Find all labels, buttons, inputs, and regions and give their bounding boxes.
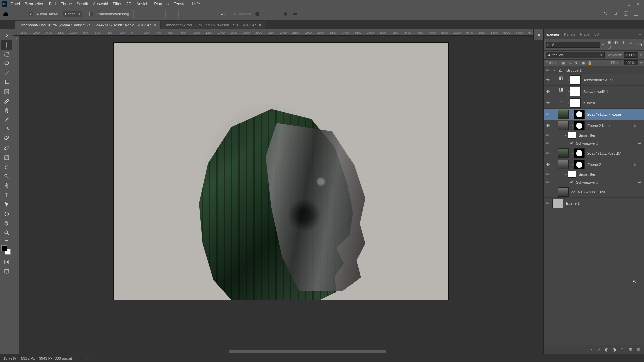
layer-name-label[interactable]: 26ab471d…f7 Kopie: [586, 112, 642, 116]
scrollbar-thumb[interactable]: [229, 350, 386, 353]
layer-name-label[interactable]: 26ab471d…7828df7: [586, 151, 642, 155]
pen-tool[interactable]: [1, 181, 12, 190]
history-brush-tool[interactable]: [1, 134, 12, 143]
align-middle-v-icon[interactable]: [192, 11, 198, 17]
transform-controls-checkbox[interactable]: [89, 12, 93, 16]
wand-tool[interactable]: [1, 68, 12, 78]
layer-name-label[interactable]: adult-1852908_1920: [570, 190, 642, 194]
crop-tool[interactable]: [1, 78, 12, 87]
type-tool[interactable]: [1, 190, 12, 200]
layer-visibility-toggle[interactable]: 👁: [544, 78, 552, 82]
heal-tool[interactable]: [1, 106, 12, 115]
layer-name-label[interactable]: Schwarzweiß: [575, 141, 637, 145]
home-icon[interactable]: [3, 11, 9, 17]
layers-list[interactable]: 👁▾🗀Gruppe 1👁◧𐄂Tonwertkorrektur 1👁◨𐄂Schwa…: [544, 66, 644, 345]
ruler-origin[interactable]: [13, 29, 19, 36]
ruler-horizontal[interactable]: -1800-1600-1400-1200-1000-800-600-400-20…: [19, 29, 543, 36]
layer-name-label[interactable]: Ebene 1: [565, 201, 642, 205]
close-icon[interactable]: ✕: [637, 2, 640, 6]
lock-position-icon[interactable]: ✥: [574, 61, 579, 65]
new-adjustment-icon[interactable]: ◑: [612, 347, 616, 352]
group-disclosure-icon[interactable]: ▾: [552, 68, 557, 72]
layer-name-label[interactable]: Ebene 2 Kopie: [586, 124, 632, 128]
layer-row[interactable]: 👁Ebene 1: [544, 198, 644, 209]
layer-thumb[interactable]: [552, 199, 563, 208]
menu-ebene[interactable]: Ebene: [60, 2, 72, 6]
screenmode-tool[interactable]: [1, 267, 12, 276]
menu-3d[interactable]: 3D: [126, 2, 131, 6]
layer-thumb[interactable]: [558, 121, 569, 130]
layer-mask-thumb[interactable]: [570, 87, 581, 96]
close-tab-icon[interactable]: ×: [154, 23, 156, 27]
layer-visibility-toggle[interactable]: 👁: [544, 133, 552, 138]
more-options-icon[interactable]: •••: [220, 11, 226, 17]
layer-visibility-toggle[interactable]: 👁: [544, 68, 552, 73]
fx-disclosure-icon[interactable]: ˇ: [637, 124, 642, 127]
layer-row[interactable]: adult-1852908_1920: [544, 186, 644, 198]
layer-visibility-toggle[interactable]: 👁: [544, 172, 552, 177]
share-icon[interactable]: [633, 11, 639, 17]
add-mask-icon[interactable]: ◐: [605, 347, 608, 352]
frame-tool[interactable]: [1, 87, 12, 97]
layer-row[interactable]: 👁∿𐄂Kurven 1: [544, 97, 644, 109]
layer-thumb[interactable]: [558, 160, 569, 169]
eyedropper-tool[interactable]: [1, 97, 12, 106]
status-info-chevron-icon[interactable]: ›: [77, 356, 79, 360]
link-layers-icon[interactable]: ⚯: [590, 347, 593, 352]
menu-schrift[interactable]: Schrift: [77, 2, 88, 6]
align-center-h-icon[interactable]: [147, 11, 153, 17]
ruler-vertical[interactable]: 0: [13, 36, 19, 354]
layer-row[interactable]: 👁𐄂Ebene 2 Kopie⊙ˇ: [544, 120, 644, 131]
layer-row[interactable]: 👁𐄂Ebene 2⊙ˇ: [544, 159, 644, 170]
smartfilter-disclosure-icon[interactable]: ▾: [563, 172, 568, 176]
layer-name-label[interactable]: Schwarzweiß: [575, 180, 637, 184]
menu-datei[interactable]: Datei: [11, 2, 20, 6]
shape-tool[interactable]: [1, 209, 12, 219]
dodge-tool[interactable]: [1, 172, 12, 181]
cloud-search-icon[interactable]: [602, 11, 608, 17]
edit-toolbar-icon[interactable]: •••: [1, 237, 12, 243]
panel-tab-kanäle[interactable]: Kanäle: [564, 32, 575, 36]
menu-bild[interactable]: Bild: [49, 2, 56, 6]
lasso-tool[interactable]: [1, 59, 12, 68]
layer-visibility-toggle[interactable]: 👁: [544, 101, 552, 105]
layer-row[interactable]: 👁👁Schwarzweiß⇄: [544, 139, 644, 147]
lock-all-icon[interactable]: 🔒: [587, 61, 592, 65]
filter-pixel-icon[interactable]: ▦: [606, 40, 612, 45]
layer-thumb[interactable]: [558, 187, 569, 197]
filter-shape-icon[interactable]: ▭: [627, 40, 633, 45]
workspace-icon[interactable]: [623, 11, 629, 17]
hand-tool[interactable]: [1, 219, 12, 228]
move-tool[interactable]: [1, 40, 12, 50]
align-left-icon[interactable]: [137, 11, 143, 17]
layer-name-label[interactable]: Smartfilter: [577, 133, 642, 137]
layer-mask-thumb[interactable]: [574, 160, 585, 169]
layer-filter-dropdown[interactable]: [546, 42, 600, 48]
layer-fx-icon[interactable]: fx: [597, 347, 601, 352]
lock-transparency-icon[interactable]: ▦: [560, 61, 565, 65]
layer-row[interactable]: 👁▾🗀Gruppe 1: [544, 66, 644, 74]
eraser-tool[interactable]: [1, 143, 12, 153]
smartfilter-disclosure-icon[interactable]: ▾: [563, 133, 568, 137]
layer-name-label[interactable]: Ebene 2: [586, 163, 632, 167]
zoom-level[interactable]: 18,72%: [3, 356, 16, 360]
layer-row[interactable]: 👁👁Schwarzweiß⇄: [544, 178, 644, 186]
layer-visibility-toggle[interactable]: 👁: [544, 180, 552, 185]
panel-tab-pfade[interactable]: Pfade: [580, 32, 590, 36]
layer-thumb[interactable]: [558, 148, 569, 158]
menu-bearbeiten[interactable]: Bearbeiten: [25, 2, 44, 6]
panel-tab-3d[interactable]: 3D: [594, 32, 599, 36]
move-tool-icon[interactable]: [16, 11, 22, 17]
align-bottom-icon[interactable]: [201, 11, 207, 17]
layer-mask-thumb[interactable]: [574, 148, 585, 158]
lock-artboard-icon[interactable]: ▣: [581, 61, 585, 65]
filter-blend-options-icon[interactable]: ⇄: [637, 180, 642, 184]
layer-name-label[interactable]: Kurven 1: [582, 101, 642, 105]
layer-row[interactable]: 👁▾Smartfilter: [544, 170, 644, 178]
filter-visibility-icon[interactable]: 👁: [569, 180, 575, 184]
layer-visibility-toggle[interactable]: 👁: [544, 112, 552, 117]
foreground-color-swatch[interactable]: [1, 245, 7, 251]
maximize-icon[interactable]: ◻: [627, 2, 631, 6]
new-group-icon[interactable]: 🗀: [620, 347, 625, 352]
menu-ansicht[interactable]: Ansicht: [136, 2, 149, 6]
